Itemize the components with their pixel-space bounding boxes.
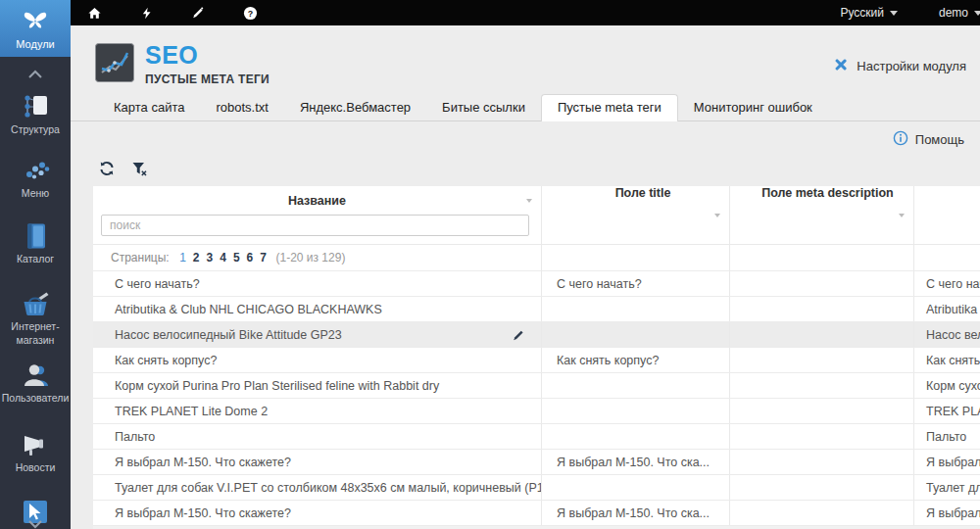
cell-extra[interactable]: Туалет для собак V.I.PET со столбиком 48… (914, 475, 980, 500)
sidebar-item-users[interactable]: Пользователи (0, 361, 71, 405)
sidebar-item-modules[interactable]: Модули (0, 0, 71, 57)
sidebar-item-structure[interactable]: Структура (0, 92, 71, 136)
sidebar-item-catalog[interactable]: Каталог (0, 221, 71, 265)
cell-extra[interactable]: Atributika & Club NHL CHICAGO BLACKHAWKS (914, 297, 980, 321)
topbar: ? Русский demo (71, 0, 980, 25)
cell-title[interactable]: Я выбрал М-150. Что ска... (542, 450, 730, 474)
page-number[interactable]: 7 (260, 251, 267, 264)
cell-extra[interactable]: Я выбрал М-150. Что скажете? (914, 450, 980, 474)
cell-title[interactable] (542, 475, 730, 500)
sidebar: Модули Структура Меню (0, 0, 71, 529)
cell-meta[interactable] (730, 271, 914, 296)
cell-title[interactable] (542, 373, 730, 398)
table-row[interactable]: Я выбрал М-150. Что скажете? Я выбрал М-… (93, 450, 980, 475)
cell-extra[interactable]: Как снять корпус? (914, 348, 980, 372)
cell-meta[interactable] (730, 424, 914, 449)
cell-extra[interactable]: С чего начать? (914, 271, 980, 296)
cell-title[interactable] (542, 399, 730, 423)
tab-error-monitoring[interactable]: Мониторинг ошибок (678, 95, 828, 120)
sidebar-scroll-down[interactable] (0, 515, 71, 529)
table-row-highlighted[interactable]: Насос велосипедный Bike Attitude GP23 На… (93, 322, 980, 348)
cell-title[interactable] (542, 322, 730, 347)
tab-sitemap[interactable]: Карта сайта (98, 95, 200, 120)
cell-extra[interactable]: Я выбрал М-150. Что скажете? (914, 501, 980, 525)
cell-extra[interactable]: TREK PLANET Lite Dome 2 (914, 399, 980, 423)
column-header-title[interactable]: Поле title (542, 186, 730, 244)
page-number[interactable]: 4 (220, 251, 226, 264)
module-settings-button[interactable]: Настройки модуля (833, 57, 966, 75)
cell-title[interactable]: Как снять корпус? (542, 348, 730, 372)
quick-actions-button[interactable] (136, 3, 156, 23)
cell-extra[interactable]: Насос велосипедный Bike Attitude GP23 (914, 322, 980, 347)
main-content: SEO ПУСТЫЕ МЕТА ТЕГИ Настройки модуля Ка… (71, 25, 980, 529)
sidebar-item-label: Меню (22, 187, 49, 200)
sort-icon[interactable] (899, 214, 905, 217)
page-number[interactable]: 2 (193, 251, 200, 264)
table-row[interactable]: С чего начать? С чего начать? С чего нач… (93, 271, 980, 297)
pagination-range: (1-20 из 129) (275, 251, 345, 264)
cell-name[interactable]: С чего начать? (93, 271, 542, 296)
cell-meta[interactable] (730, 450, 914, 474)
search-input[interactable] (101, 215, 529, 236)
sidebar-item-shop[interactable]: Интернет-магазин (0, 289, 71, 346)
table-row[interactable]: Atributika & Club NHL CHICAGO BLACKHAWKS… (93, 297, 980, 322)
tab-robots[interactable]: robots.txt (200, 95, 283, 120)
structure-icon (21, 92, 50, 121)
column-header-extra (914, 186, 980, 244)
cell-title[interactable]: С чего начать? (542, 271, 730, 296)
cell-name[interactable]: Пальто (93, 424, 542, 449)
help-link[interactable]: Помощь (893, 130, 964, 149)
page-number[interactable]: 3 (207, 251, 214, 264)
cell-extra[interactable]: Пальто (914, 424, 980, 449)
tab-yandex-webmaster[interactable]: Яндекс.Вебмастер (284, 95, 426, 120)
cell-title[interactable]: Я выбрал М-150. Что ска... (542, 501, 730, 525)
table-row[interactable]: Пальто Пальто (93, 424, 980, 450)
edit-pencil-icon[interactable] (512, 328, 525, 342)
column-header-name[interactable]: Название (93, 186, 542, 244)
cell-name[interactable]: Atributika & Club NHL CHICAGO BLACKHAWKS (93, 297, 542, 321)
cell-meta[interactable] (730, 297, 914, 321)
table-row[interactable]: Как снять корпус? Как снять корпус? Как … (93, 348, 980, 373)
sidebar-item-label: Пользователи (2, 392, 70, 405)
cell-name[interactable]: TREK PLANET Lite Dome 2 (93, 399, 542, 423)
user-menu[interactable]: demo (939, 6, 980, 20)
cell-name[interactable]: Я выбрал М-150. Что скажете? (93, 450, 542, 474)
cell-meta[interactable] (730, 475, 914, 500)
news-megaphone-icon (21, 430, 50, 459)
cell-extra[interactable]: Корм сухой Purina Pro Plan Sterilised fe… (914, 373, 980, 398)
edit-button[interactable] (188, 3, 208, 23)
table-row[interactable]: Я выбрал М-150. Что скажете? Я выбрал М-… (93, 501, 980, 526)
cell-meta[interactable] (730, 322, 914, 347)
sort-icon[interactable] (714, 214, 720, 217)
cell-meta[interactable] (730, 373, 914, 398)
language-selector[interactable]: Русский (840, 6, 898, 20)
help-button[interactable]: ? (240, 3, 260, 23)
cell-meta[interactable] (730, 348, 914, 372)
tab-empty-meta-tags[interactable]: Пустые meta теги (541, 94, 678, 121)
refresh-button[interactable] (99, 161, 115, 176)
question-icon: ? (243, 6, 258, 21)
page-number[interactable]: 5 (233, 251, 240, 264)
filter-clear-button[interactable] (131, 161, 148, 176)
cell-title[interactable] (542, 297, 730, 321)
tab-broken-links[interactable]: Битые ссылки (426, 95, 541, 120)
sidebar-scroll-up[interactable] (0, 57, 71, 86)
cell-name[interactable]: Корм сухой Purina Pro Plan Sterilised fe… (93, 373, 542, 398)
cell-name[interactable]: Насос велосипедный Bike Attitude GP23 (93, 322, 542, 347)
cell-meta[interactable] (730, 501, 914, 525)
table-row[interactable]: Корм сухой Purina Pro Plan Sterilised fe… (93, 373, 980, 399)
cell-name[interactable]: Я выбрал М-150. Что скажете? (93, 501, 542, 525)
page-number-current[interactable]: 1 (179, 251, 186, 264)
table-row[interactable]: Туалет для собак V.I.PET со столбиком 48… (93, 475, 980, 501)
cell-title[interactable] (542, 424, 730, 449)
table-row[interactable]: TREK PLANET Lite Dome 2 TREK PLANET Lite… (93, 399, 980, 424)
cell-name[interactable]: Как снять корпус? (93, 348, 542, 372)
cell-name[interactable]: Туалет для собак V.I.PET со столбиком 48… (93, 475, 542, 500)
sidebar-item-news[interactable]: Новости (0, 430, 71, 474)
page-number[interactable]: 6 (247, 251, 254, 264)
column-header-meta-description[interactable]: Поле meta description (730, 186, 914, 244)
home-button[interactable] (84, 3, 104, 23)
cell-meta[interactable] (730, 399, 914, 423)
sort-icon[interactable] (526, 199, 532, 203)
sidebar-item-menu[interactable]: Меню (0, 156, 71, 200)
